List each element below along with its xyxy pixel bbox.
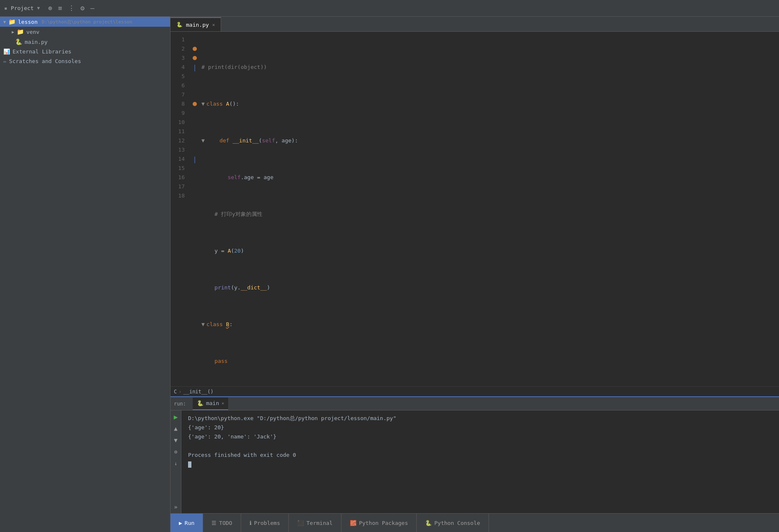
run-play-button[interactable]: ▶ xyxy=(171,412,181,421)
gutter-4[interactable]: | xyxy=(190,63,200,72)
code-line-6: y = A(20) xyxy=(201,246,779,256)
mainpy-label: main.py xyxy=(25,39,48,45)
code-line-1: # print(dir(object)) xyxy=(201,63,779,72)
run-cursor xyxy=(188,461,191,468)
line-numbers: 12345 678910 1112131415 161718 xyxy=(171,32,190,386)
code-line-8: ▼class B: xyxy=(201,320,779,329)
sidebar: ▼ 📁 lesson D:\python总\python project\les… xyxy=(0,17,171,532)
sidebar-item-mainpy[interactable]: 🐍 main.py xyxy=(0,37,170,47)
code-line-2: ▼class A(): xyxy=(201,99,779,109)
run-tool-button[interactable]: ⚙ xyxy=(171,447,181,456)
run-sidebar: ▶ ▲ ▼ ⚙ ↓ » xyxy=(171,410,181,513)
expand-arrow: ▼ xyxy=(3,20,6,24)
problems-icon: ℹ xyxy=(249,520,252,526)
fold-indicator-3[interactable]: ▼ xyxy=(201,136,205,145)
main-area: ▼ 📁 lesson D:\python总\python project\les… xyxy=(0,17,779,532)
title-bar-icons: ⊕ ≡ ⋮ ⚙ — xyxy=(48,4,94,12)
scratches-icon: ✏️ xyxy=(3,58,7,64)
run-import-button[interactable]: ↓ xyxy=(171,459,181,468)
py-file-icon: 🐍 xyxy=(15,38,22,45)
status-tab-problems[interactable]: ℹ Problems xyxy=(241,514,289,532)
run-down-button[interactable]: ▼ xyxy=(171,436,181,445)
todo-label: TODO xyxy=(219,520,232,526)
status-tab-todo[interactable]: ☰ TODO xyxy=(203,514,241,532)
sidebar-item-external[interactable]: 📊 External Libraries xyxy=(0,47,170,56)
gutter: | | xyxy=(190,32,200,386)
run-output: D:\python\python.exe "D:/python总/python … xyxy=(181,410,779,513)
gutter-17 xyxy=(190,182,200,191)
tab-bar: 🐍 main.py ✕ xyxy=(171,17,779,32)
tab-label: main.py xyxy=(186,22,209,28)
gutter-10 xyxy=(190,118,200,127)
folder-icon: 📁 xyxy=(8,18,15,25)
status-tab-packages[interactable]: 🧱 Python Packages xyxy=(341,514,417,532)
sidebar-item-scratches[interactable]: ✏️ Scratches and Consoles xyxy=(0,56,170,66)
sidebar-item-lesson[interactable]: ▼ 📁 lesson D:\python总\python project\les… xyxy=(0,17,170,27)
sidebar-item-venv[interactable]: ▶ 📁 venv xyxy=(0,27,170,37)
breakpoint-8[interactable] xyxy=(193,102,197,106)
gutter-13 xyxy=(190,145,200,155)
gutter-15 xyxy=(190,164,200,173)
breadcrumb-class[interactable]: C xyxy=(174,389,177,395)
project-icon: ▪ xyxy=(4,5,8,11)
code-line-5: # 打印y对象的属性 xyxy=(201,210,779,219)
code-content[interactable]: # print(dir(object)) ▼class A(): ▼ def _… xyxy=(200,32,779,386)
status-bar: ▶ Run ☰ TODO ℹ Problems ⬛ Terminal 🧱 xyxy=(171,513,779,532)
breadcrumb-method[interactable]: __init__() xyxy=(183,389,213,395)
code-line-7: print(y.__dict__) xyxy=(201,283,779,292)
gutter-14[interactable]: | xyxy=(190,155,200,164)
breakpoint-2[interactable] xyxy=(193,47,197,51)
output-cursor-line xyxy=(188,460,772,469)
console-label: Python Console xyxy=(434,520,480,526)
gutter-2[interactable] xyxy=(190,44,200,53)
title-bar-left: ▪ Project ▼ xyxy=(4,5,40,11)
gutter-1 xyxy=(190,35,200,44)
dropdown-arrow[interactable]: ▼ xyxy=(37,5,40,11)
code-editor[interactable]: 12345 678910 1112131415 161718 | xyxy=(171,32,779,386)
tab-file-icon: 🐍 xyxy=(176,22,183,28)
status-tab-run[interactable]: ▶ Run xyxy=(171,514,203,532)
status-tab-terminal[interactable]: ⬛ Terminal xyxy=(289,514,341,532)
run-up-button[interactable]: ▲ xyxy=(171,424,181,433)
scratches-label: Scratches and Consoles xyxy=(9,58,81,64)
breadcrumb-bar: C › __init__() xyxy=(171,386,779,396)
gutter-11 xyxy=(190,127,200,136)
gutter-3[interactable] xyxy=(190,53,200,63)
run-tab-icon: 🐍 xyxy=(197,400,204,406)
gutter-6 xyxy=(190,81,200,90)
align-icon[interactable]: ≡ xyxy=(58,4,62,12)
output-line-1: D:\python\python.exe "D:/python总/python … xyxy=(188,414,772,423)
bottom-panel: run: 🐍 main ✕ ▶ ▲ ▼ ⚙ ↓ » xyxy=(171,396,779,513)
collapse-arrow: ▶ xyxy=(12,30,14,34)
gutter-8[interactable] xyxy=(190,99,200,109)
run-status-label: Run xyxy=(185,520,194,526)
fold-indicator-8[interactable]: ▼ xyxy=(201,320,205,329)
breakpoint-3[interactable] xyxy=(193,56,197,60)
line-1-text: # print(dir(object)) xyxy=(201,63,267,72)
run-tab-main[interactable]: 🐍 main ✕ xyxy=(193,398,228,410)
todo-icon: ☰ xyxy=(211,520,216,526)
gutter-7 xyxy=(190,90,200,99)
problems-label: Problems xyxy=(254,520,280,526)
code-line-4: self.age = age xyxy=(201,173,779,182)
tab-close-icon[interactable]: ✕ xyxy=(212,22,215,28)
sidebar-item-path: D:\python总\python project\lesson xyxy=(42,19,132,25)
gutter-9 xyxy=(190,109,200,118)
run-more-button[interactable]: » xyxy=(171,502,181,512)
run-tab-close[interactable]: ✕ xyxy=(221,401,224,405)
fold-indicator-2[interactable]: ▼ xyxy=(201,99,205,109)
run-tabs: run: 🐍 main ✕ xyxy=(171,397,779,410)
settings-icon[interactable]: ⚙ xyxy=(81,4,85,12)
minimize-icon[interactable]: — xyxy=(90,4,94,12)
tab-mainpy[interactable]: 🐍 main.py ✕ xyxy=(171,17,221,31)
project-label[interactable]: Project xyxy=(11,5,34,11)
bar-chart-icon: 📊 xyxy=(3,48,10,55)
filter-icon[interactable]: ⋮ xyxy=(68,4,75,12)
status-tab-console[interactable]: 🐍 Python Console xyxy=(417,514,489,532)
add-icon[interactable]: ⊕ xyxy=(48,4,52,12)
code-line-3: ▼ def __init__(self, age): xyxy=(201,136,779,145)
packages-icon: 🧱 xyxy=(350,520,356,526)
run-label: run: xyxy=(174,401,186,407)
console-icon: 🐍 xyxy=(425,520,432,526)
title-bar: ▪ Project ▼ ⊕ ≡ ⋮ ⚙ — xyxy=(0,0,779,17)
